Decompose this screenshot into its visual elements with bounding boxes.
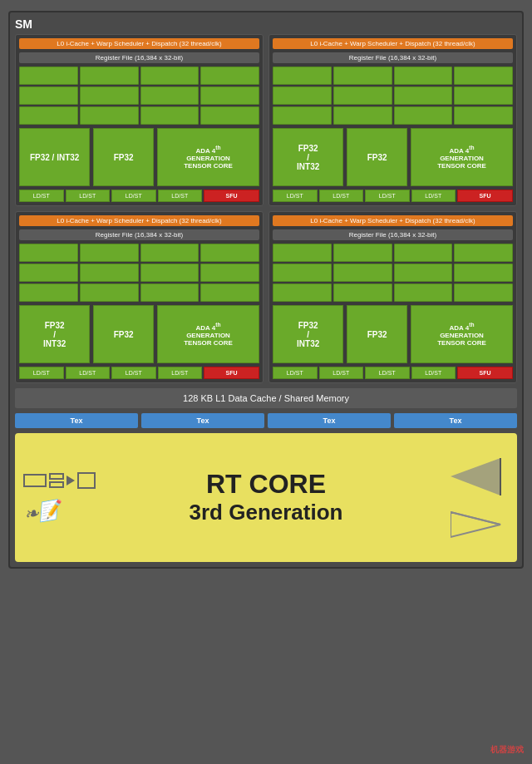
rt-core-text: RT CORE 3rd Generation xyxy=(145,470,387,525)
rt-diagram-small-rect xyxy=(49,481,64,488)
fp32-unit-4: FP32 xyxy=(347,305,407,363)
reg-cell xyxy=(200,244,259,262)
compute-row-1: FP32 / INT32 FP32 ADA 4th GENERATION TEN… xyxy=(19,128,259,186)
rt-signature-icon: ❧📝 xyxy=(22,498,62,525)
reg-cell xyxy=(394,106,453,125)
reg-cell xyxy=(273,86,332,105)
ldst-unit: LD/ST xyxy=(158,190,203,202)
reg-cell xyxy=(273,264,332,282)
reg-cell xyxy=(454,67,513,85)
tensor-core-unit-4: ADA 4th GENERATION TENSOR CORE xyxy=(411,305,513,363)
register-grid-4 xyxy=(273,244,513,302)
rt-diagram-arrow xyxy=(66,476,75,486)
quadrant-2: L0 i-Cache + Warp Scheduler + Dispatch (… xyxy=(268,34,517,206)
ldst-unit: LD/ST xyxy=(411,190,456,202)
reg-cell xyxy=(454,264,513,282)
ldst-unit: LD/ST xyxy=(66,190,111,202)
sfu-unit: SFU xyxy=(457,367,513,379)
ldst-unit: LD/ST xyxy=(111,190,156,202)
tex-unit-2: Tex xyxy=(141,413,264,428)
reg-cell xyxy=(19,244,78,262)
tensor-core-unit-2: ADA 4th GENERATION TENSOR CORE xyxy=(411,128,513,186)
compute-row-3: FP32 / INT32 FP32 ADA 4th GENERATION TEN… xyxy=(19,305,259,363)
reg-cell xyxy=(394,244,453,262)
reg-cell xyxy=(80,244,139,262)
ldst-unit: LD/ST xyxy=(19,190,64,202)
sfu-unit: SFU xyxy=(204,190,259,202)
compute-row-2: FP32 / INT32 FP32 ADA 4th GENERATION TEN… xyxy=(273,128,513,186)
reg-cell xyxy=(140,264,200,282)
fp32-unit-1: FP32 xyxy=(93,128,154,186)
register-file-bar-1: Register File (16,384 x 32-bit) xyxy=(19,52,259,63)
reg-cell xyxy=(333,264,392,282)
reg-cell xyxy=(19,106,78,125)
bottom-units-row-1: LD/ST LD/ST LD/ST LD/ST SFU xyxy=(19,190,259,202)
reg-cell xyxy=(200,86,259,105)
ldst-unit: LD/ST xyxy=(273,367,318,379)
tex-unit-3: Tex xyxy=(268,413,391,428)
reg-cell xyxy=(394,67,453,85)
reg-cell xyxy=(394,283,453,302)
reg-cell xyxy=(200,106,259,125)
bottom-units-row-3: LD/ST LD/ST LD/ST LD/ST SFU xyxy=(19,367,259,379)
compute-row-4: FP32 / INT32 FP32 ADA 4th GENERATION TEN… xyxy=(273,305,513,363)
ldst-unit: LD/ST xyxy=(365,367,410,379)
reg-cell xyxy=(273,67,332,85)
fp32-int32-unit-2: FP32 / INT32 xyxy=(273,128,343,186)
reg-cell xyxy=(273,106,332,125)
reg-cell xyxy=(333,67,392,85)
reg-cell xyxy=(454,106,513,125)
sm-label: SM xyxy=(15,17,517,31)
quadrants-grid: L0 i-Cache + Warp Scheduler + Dispatch (… xyxy=(15,34,517,383)
rt-right-diagrams xyxy=(387,454,509,541)
fp32-unit-2: FP32 xyxy=(347,128,407,186)
reg-cell xyxy=(333,283,392,302)
reg-cell xyxy=(140,106,200,125)
tensor-core-unit-1: ADA 4th GENERATION TENSOR CORE xyxy=(157,128,259,186)
warp-scheduler-bar-4: L0 i-Cache + Warp Scheduler + Dispatch (… xyxy=(273,215,513,226)
quadrant-1: L0 i-Cache + Warp Scheduler + Dispatch (… xyxy=(15,34,264,206)
reg-cell xyxy=(333,106,392,125)
ldst-unit: LD/ST xyxy=(66,367,111,379)
reg-cell xyxy=(454,86,513,105)
reg-cell xyxy=(80,264,139,282)
reg-cell xyxy=(454,283,513,302)
register-grid-1 xyxy=(19,67,259,125)
svg-marker-2 xyxy=(451,512,500,537)
reg-cell xyxy=(333,244,392,262)
bottom-units-row-2: LD/ST LD/ST LD/ST LD/ST SFU xyxy=(273,190,513,202)
reg-cell xyxy=(200,264,259,282)
reg-cell xyxy=(140,67,200,85)
reg-cell xyxy=(394,264,453,282)
reg-cell xyxy=(19,264,78,282)
register-file-bar-2: Register File (16,384 x 32-bit) xyxy=(273,52,513,63)
reg-cell xyxy=(454,244,513,262)
l1-cache-bar: 128 KB L1 Data Cache / Shared Memory xyxy=(15,388,517,408)
rt-diagram-output-rect xyxy=(77,472,96,489)
reg-cell xyxy=(140,86,200,105)
sfu-unit: SFU xyxy=(204,367,259,379)
reg-cell xyxy=(333,86,392,105)
register-file-bar-4: Register File (16,384 x 32-bit) xyxy=(273,229,513,240)
warp-scheduler-bar-2: L0 i-Cache + Warp Scheduler + Dispatch (… xyxy=(273,38,513,49)
tex-unit-1: Tex xyxy=(15,413,138,428)
reg-cell xyxy=(80,283,139,302)
svg-line-3 xyxy=(451,512,500,525)
reg-cell xyxy=(200,283,259,302)
register-grid-2 xyxy=(273,67,513,125)
sm-container: SM L0 i-Cache + Warp Scheduler + Dispatc… xyxy=(8,11,524,569)
reg-cell xyxy=(80,86,139,105)
ldst-unit: LD/ST xyxy=(158,367,203,379)
rt-core-title: RT CORE xyxy=(145,470,387,499)
tensor-core-unit-3: ADA 4th GENERATION TENSOR CORE xyxy=(157,305,259,363)
ldst-unit: LD/ST xyxy=(411,367,456,379)
register-file-bar-3: Register File (16,384 x 32-bit) xyxy=(19,229,259,240)
quadrant-3: L0 i-Cache + Warp Scheduler + Dispatch (… xyxy=(15,211,264,383)
tex-unit-4: Tex xyxy=(394,413,517,428)
ldst-unit: LD/ST xyxy=(319,367,364,379)
reg-cell xyxy=(80,106,139,125)
svg-marker-0 xyxy=(451,458,500,495)
rt-diagram-small-rect xyxy=(49,473,64,480)
rt-left-diagram-top xyxy=(23,472,145,489)
quadrant-4: L0 i-Cache + Warp Scheduler + Dispatch (… xyxy=(268,211,517,383)
